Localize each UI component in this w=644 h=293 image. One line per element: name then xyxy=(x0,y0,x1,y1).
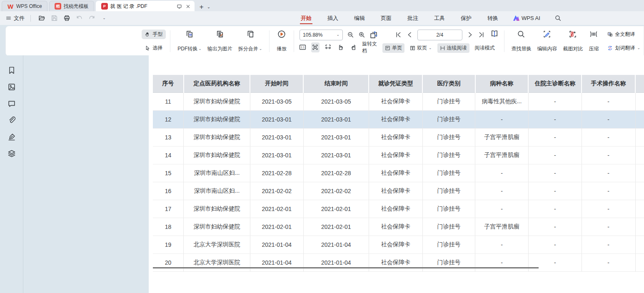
rotate-doc-label[interactable]: 旋转文档 xyxy=(362,40,379,55)
table-cell: - xyxy=(528,218,582,236)
table-row[interactable]: 16深圳市南山区妇...2021-02-022021-02-02社会保障卡门诊挂… xyxy=(153,182,644,200)
fit-width-button[interactable] xyxy=(324,42,332,52)
redo-button[interactable] xyxy=(87,14,97,23)
menu-annotate[interactable]: 批注 xyxy=(407,12,419,25)
table-bottom-rule xyxy=(153,267,539,268)
find-replace-button[interactable]: 查找替换 xyxy=(508,29,534,53)
pdf-page[interactable]: 序号定点医药机构名称开始时间结束时间就诊凭证类型医疗类别病种名称住院主诊断名称手… xyxy=(149,55,644,293)
zoom-level-select[interactable]: 105.88%⌄ xyxy=(300,30,343,40)
export-image-button[interactable]: 输出为图片 xyxy=(205,29,235,53)
comment-panel-button[interactable] xyxy=(7,99,16,109)
play-button[interactable]: 播放 xyxy=(274,29,290,53)
table-cell: 北京大学深圳医院 xyxy=(184,254,250,272)
find-replace-icon xyxy=(517,30,525,38)
screenshot-compare-icon xyxy=(569,30,577,38)
actual-size-button[interactable]: 1:1 xyxy=(298,42,307,52)
table-cell: - xyxy=(582,218,635,236)
zoom-in-icon[interactable] xyxy=(358,31,365,38)
save-button[interactable] xyxy=(49,14,59,23)
bookmark-panel-button[interactable] xyxy=(7,66,16,76)
table-cell: 18 xyxy=(153,218,184,236)
undo-button[interactable] xyxy=(74,14,84,23)
table-row[interactable]: 17深圳市妇幼保健院2021-02-012021-02-01社会保障卡门诊挂号-… xyxy=(153,200,644,218)
compress-button[interactable]: 压缩 xyxy=(586,29,602,53)
thumbnail-panel-button[interactable] xyxy=(7,83,16,93)
prev-page-icon[interactable] xyxy=(406,31,413,38)
table-cell: 2021-03-01 xyxy=(250,129,303,146)
single-page-button[interactable]: 单页 xyxy=(382,43,404,53)
menu-page[interactable]: 页面 xyxy=(380,12,392,25)
word-translate-button[interactable]: A 划词翻译⌄ xyxy=(604,43,644,53)
file-menu[interactable]: 文件 xyxy=(14,15,25,22)
fit-page-icon xyxy=(312,44,319,51)
table-cell: 11 xyxy=(153,93,184,111)
new-tab-button[interactable]: + xyxy=(200,3,204,11)
table-row[interactable]: 19北京大学深圳医院2021-01-042021-01-04社会保障卡门诊挂号-… xyxy=(153,236,644,254)
close-icon[interactable] xyxy=(185,4,191,9)
double-page-button[interactable]: 双页⌄ xyxy=(407,43,434,53)
menu-insert[interactable]: 插入 xyxy=(327,12,339,25)
rotate-right-button[interactable] xyxy=(349,42,358,52)
table-row[interactable]: 14深圳市妇幼保健院2021-03-012021-03-01社会保障卡门诊挂号子… xyxy=(153,146,644,164)
open-button[interactable] xyxy=(37,14,47,23)
table-cell: 门诊挂号 xyxy=(422,254,475,272)
menu-edit[interactable]: 编辑 xyxy=(353,12,366,25)
svg-text:A: A xyxy=(609,47,611,49)
table-cell: 19 xyxy=(153,236,184,254)
select-tool-button[interactable]: 选择 xyxy=(142,43,166,53)
menu-protect[interactable]: 保护 xyxy=(460,12,472,25)
screenshot-compare-button[interactable]: 截图对比 xyxy=(560,29,586,53)
menu-home[interactable]: 开始 xyxy=(300,12,312,25)
first-page-icon[interactable] xyxy=(395,31,402,38)
menu-tools[interactable]: 工具 xyxy=(433,12,446,25)
read-mode-button[interactable]: 阅读模式 xyxy=(472,43,497,53)
tool-zoom-group: 105.88%⌄ 1:1 旋转文档 xyxy=(298,30,379,53)
table-cell: - xyxy=(582,236,635,254)
table-row[interactable]: 15深圳市南山区妇...2021-02-282021-02-28社会保障卡门诊挂… xyxy=(153,164,644,182)
attachment-panel-button[interactable] xyxy=(7,116,16,126)
wps-ai-button[interactable]: WPS AI xyxy=(513,15,540,21)
edit-content-button[interactable]: 编辑内容 xyxy=(534,29,560,53)
zoom-out-icon[interactable] xyxy=(347,31,354,38)
hand-tool-button[interactable]: 手型 xyxy=(142,30,166,39)
table-row[interactable]: 11深圳市妇幼保健院2021-03-052021-03-05社会保障卡门诊挂号病… xyxy=(153,93,644,111)
table-row[interactable]: 13深圳市妇幼保健院2021-03-012021-03-01社会保障卡门诊挂号子… xyxy=(153,129,644,146)
next-page-icon[interactable] xyxy=(467,31,474,38)
pdf-convert-button[interactable]: W PDF转换⌄ xyxy=(175,29,205,53)
table-row[interactable]: 18深圳市妇幼保健院2021-02-012021-02-01社会保障卡门诊挂号子… xyxy=(153,218,644,236)
tab-list-chevron-icon[interactable]: ⌄ xyxy=(207,5,210,9)
quick-access-chevron-icon[interactable]: ⌄ xyxy=(99,14,109,23)
continuous-read-button[interactable]: 连续阅读 xyxy=(437,43,469,53)
table-cell: - xyxy=(528,200,582,218)
tab-docer-templates[interactable]: 稻 找稿壳模板 xyxy=(49,1,94,11)
table-cell: - xyxy=(528,236,582,254)
table-cell: - xyxy=(475,254,529,272)
layers-panel-button[interactable] xyxy=(7,149,16,159)
table-cell: 2021-03-01 xyxy=(250,111,303,129)
read-mode-book-icon[interactable] xyxy=(490,30,499,39)
monitor-icon[interactable] xyxy=(177,4,182,9)
table-cell: - xyxy=(582,254,635,272)
table-row[interactable]: 12深圳市妇幼保健院2021-03-012021-03-01社会保障卡门诊挂号-… xyxy=(153,111,644,129)
signature-panel-button[interactable] xyxy=(7,133,16,143)
table-cell: 社会保障卡 xyxy=(369,254,422,272)
fit-page-button[interactable] xyxy=(311,42,320,52)
menu-convert[interactable]: 转换 xyxy=(487,12,499,25)
table-cell: 门诊挂号 xyxy=(422,200,475,218)
split-merge-button[interactable]: 拆分合并⌄ xyxy=(235,29,265,53)
rotate-right-icon xyxy=(350,44,357,51)
page-number-input[interactable]: 2/4 xyxy=(417,30,462,40)
last-page-icon[interactable] xyxy=(478,31,485,38)
rotate-left-button[interactable] xyxy=(337,42,345,52)
tab-wps-office[interactable]: W WPS Office xyxy=(2,1,47,11)
column-header xyxy=(635,75,644,93)
table-row[interactable]: 20北京大学深圳医院2021-01-042021-01-04社会保障卡门诊挂号-… xyxy=(153,254,644,272)
print-button[interactable] xyxy=(62,14,72,23)
rotate-doc-icon[interactable] xyxy=(369,31,378,39)
export-image-icon xyxy=(216,30,224,38)
wps-ai-icon xyxy=(513,15,519,21)
attachment-icon xyxy=(7,116,16,124)
full-translate-button[interactable]: A 全文翻译 xyxy=(604,30,644,39)
tab-pdf-document[interactable]: P 就 医 记 录 .PDF xyxy=(96,1,195,11)
search-icon[interactable] xyxy=(554,15,562,22)
